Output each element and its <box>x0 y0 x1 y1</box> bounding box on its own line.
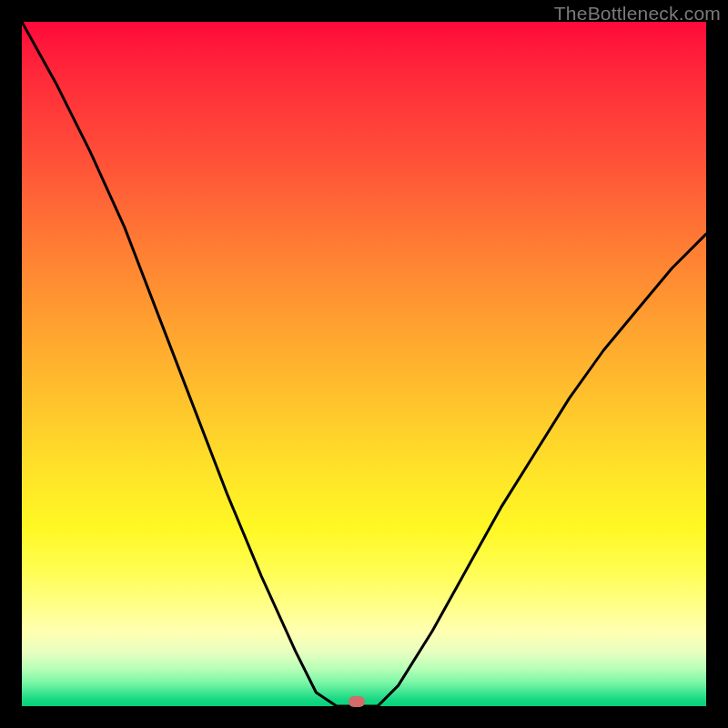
watermark-text: TheBottleneck.com <box>554 3 721 25</box>
chart-plot-area <box>22 22 706 706</box>
bottleneck-curve <box>22 22 706 706</box>
balance-point-marker <box>349 696 365 707</box>
curve-path <box>22 22 706 706</box>
chart-frame: TheBottleneck.com <box>0 0 728 728</box>
